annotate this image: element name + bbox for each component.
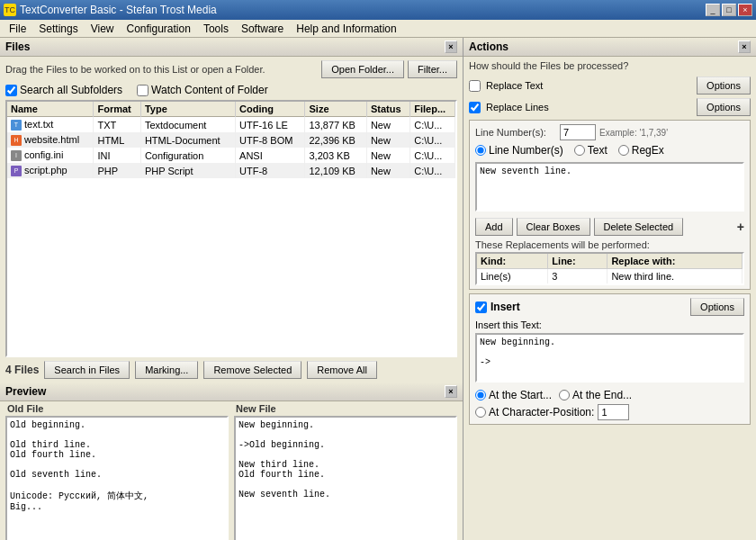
line-numbers-label: Line Number(s): xyxy=(475,127,556,138)
open-folder-btn[interactable]: Open Folder... xyxy=(321,60,404,78)
titlebar-text: TextConverter Basic - Stefan Trost Media xyxy=(20,4,217,16)
at-end-radio[interactable]: At the End... xyxy=(559,389,632,401)
preview-close-btn[interactable]: × xyxy=(445,385,457,398)
file-format-cell: PHP xyxy=(94,163,140,178)
file-status-cell: New xyxy=(366,163,410,178)
replace-lines-checkbox[interactable] xyxy=(469,102,481,113)
remove-selected-btn[interactable]: Remove Selected xyxy=(203,361,302,379)
left-panel: Files × Drag the Files to be worked on t… xyxy=(0,38,464,540)
col-name: Name xyxy=(7,102,94,117)
filter-btn[interactable]: Filter... xyxy=(408,60,457,78)
rep-line: 3 xyxy=(548,269,608,284)
at-char-radio[interactable]: At Character-Position: xyxy=(475,406,594,418)
menu-help[interactable]: Help and Information xyxy=(291,22,401,36)
search-in-files-btn[interactable]: Search in Files xyxy=(44,361,130,379)
table-row[interactable]: Pscript.php PHP PHP Script UTF-8 12,109 … xyxy=(7,163,455,178)
right-panel: Actions × How should the Files be proces… xyxy=(464,38,756,540)
radio-line-number[interactable]: Line Number(s) xyxy=(475,144,563,157)
search-subfolders-checkbox[interactable] xyxy=(5,85,17,96)
table-row[interactable]: Ttext.txt TXT Textdocument UTF-16 LE 13,… xyxy=(7,117,455,133)
files-statusbar: 4 Files Search in Files Marking... Remov… xyxy=(0,357,463,382)
new-file-pane: New File New beginning. ->Old beginning.… xyxy=(234,401,457,540)
file-size-cell: 12,109 KB xyxy=(305,163,366,178)
insert-checkbox[interactable] xyxy=(475,302,487,313)
file-type-cell: Textdocument xyxy=(140,117,235,133)
files-drag-text: Drag the Files to be worked on to this L… xyxy=(5,64,266,75)
insert-label: Insert xyxy=(490,301,520,313)
titlebar-controls[interactable]: _ □ × xyxy=(706,4,752,16)
file-status-cell: New xyxy=(366,132,410,148)
at-start-radio[interactable]: At the Start... xyxy=(475,389,552,401)
menu-tools[interactable]: Tools xyxy=(198,22,234,36)
old-file-content[interactable]: Old beginning. Old third line. Old fourt… xyxy=(5,416,229,540)
file-status-cell: New xyxy=(366,117,410,133)
line-numbers-example: Example: '1,7,39' xyxy=(599,128,668,138)
new-file-content[interactable]: New beginning. ->Old beginning. New thir… xyxy=(234,416,457,540)
file-table-container: Name Format Type Coding Size Status File… xyxy=(5,100,457,357)
file-coding-cell: UTF-8 xyxy=(236,163,305,178)
insert-header: Insert Options xyxy=(475,298,744,316)
action-buttons-row: Add Clear Boxes Delete Selected + xyxy=(475,218,744,236)
replace-lines-row: Replace Lines Options xyxy=(469,98,751,116)
replace-with-textarea[interactable]: New seventh line. xyxy=(475,162,744,212)
file-coding-cell: UTF-8 BOM xyxy=(236,132,305,148)
add-btn[interactable]: Add xyxy=(475,218,513,236)
actions-section: How should the Files be processed? Repla… xyxy=(464,57,756,540)
file-type-cell: PHP Script xyxy=(140,163,235,178)
insert-textarea[interactable]: New beginning. -> xyxy=(475,333,744,382)
add-row-btn[interactable]: + xyxy=(737,220,744,234)
file-format-cell: TXT xyxy=(94,117,140,133)
replacements-table: Kind: Line: Replace with: Line(s) 3 New … xyxy=(475,252,744,285)
insert-options-btn[interactable]: Options xyxy=(690,298,744,316)
col-line: Line: xyxy=(548,254,608,269)
radio-row: Line Number(s) Text RegEx xyxy=(475,144,744,157)
old-file-pane: Old File Old beginning. Old third line. … xyxy=(5,401,229,540)
actions-close-btn[interactable]: × xyxy=(738,40,751,53)
actions-header: Actions × xyxy=(464,38,756,57)
menu-configuration[interactable]: Configuration xyxy=(122,22,196,36)
col-size: Size xyxy=(305,102,366,117)
watch-content-checkbox[interactable] xyxy=(137,85,148,96)
new-file-label: New File xyxy=(234,401,457,416)
col-status: Status xyxy=(366,102,410,117)
radio-regex[interactable]: RegEx xyxy=(618,144,664,157)
col-format: Format xyxy=(94,102,140,117)
preview-title: Preview xyxy=(5,385,46,398)
file-size-cell: 3,203 KB xyxy=(305,148,366,163)
replace-text-label: Replace Text xyxy=(486,80,691,91)
replace-text-checkbox[interactable] xyxy=(469,80,481,92)
replace-lines-options-btn[interactable]: Options xyxy=(697,98,751,116)
table-row[interactable]: Hwebsite.html HTML HTML-Document UTF-8 B… xyxy=(7,132,455,148)
file-table: Name Format Type Coding Size Status File… xyxy=(7,102,455,178)
files-toolbar-buttons: Open Folder... Filter... xyxy=(321,60,457,78)
table-row[interactable]: Iconfig.ini INI Configuration ANSI 3,203… xyxy=(7,148,455,163)
line-numbers-input[interactable]: 7 xyxy=(560,124,596,140)
file-path-cell: C:\U... xyxy=(410,163,455,178)
delete-selected-btn[interactable]: Delete Selected xyxy=(594,218,684,236)
close-btn[interactable]: × xyxy=(738,4,752,16)
insert-header-left: Insert xyxy=(475,301,520,313)
titlebar-title: TC TextConverter Basic - Stefan Trost Me… xyxy=(4,4,217,16)
minimize-btn[interactable]: _ xyxy=(706,4,720,16)
char-position-input[interactable] xyxy=(598,404,629,420)
radio-text[interactable]: Text xyxy=(574,144,608,157)
menu-software[interactable]: Software xyxy=(236,22,289,36)
file-format-cell: INI xyxy=(94,148,140,163)
replacement-row[interactable]: Line(s) 3 New third line. xyxy=(477,269,742,284)
preview-header: Preview × xyxy=(0,382,463,401)
col-filepath: Filep... xyxy=(410,102,455,117)
search-subfolders-label[interactable]: Search all Subfolders xyxy=(5,84,122,96)
menu-view[interactable]: View xyxy=(86,22,120,36)
remove-all-btn[interactable]: Remove All xyxy=(307,361,377,379)
file-name-cell: Ttext.txt xyxy=(7,117,94,133)
clear-boxes-btn[interactable]: Clear Boxes xyxy=(517,218,590,236)
marking-btn[interactable]: Marking... xyxy=(135,361,198,379)
menu-file[interactable]: File xyxy=(4,22,32,36)
menu-settings[interactable]: Settings xyxy=(33,22,83,36)
char-position-row: At Character-Position: xyxy=(475,404,744,420)
files-section: Files × Drag the Files to be worked on t… xyxy=(0,38,463,382)
watch-content-label[interactable]: Watch Content of Folder xyxy=(137,84,268,96)
replace-text-options-btn[interactable]: Options xyxy=(697,76,751,94)
maximize-btn[interactable]: □ xyxy=(722,4,736,16)
files-close-btn[interactable]: × xyxy=(445,40,457,53)
